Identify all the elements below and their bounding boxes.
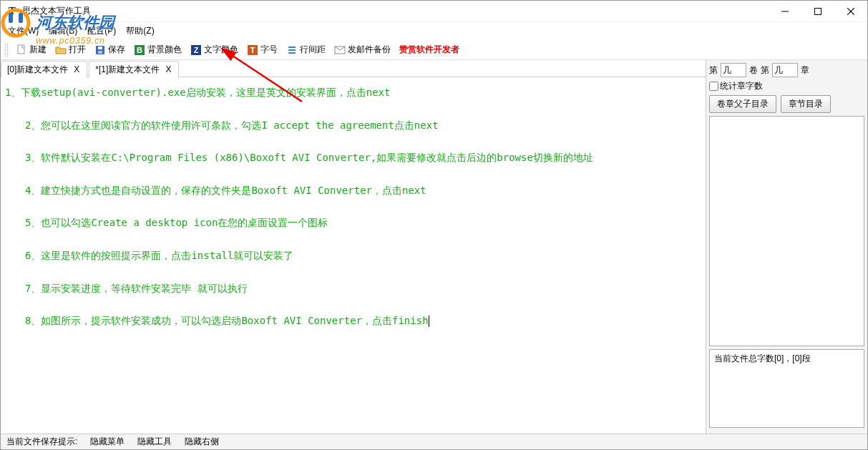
tab-label: *[1]新建文本文件 <box>95 64 160 76</box>
vol-chapter-tree-button[interactable]: 卷章父子目录 <box>709 95 776 113</box>
editor-line: 2、您可以在这里阅读官方的软件使用许可条款，勾选I accept the agr… <box>5 119 701 133</box>
stats-text: 当前文件总字数[0]，[0]段 <box>714 353 811 363</box>
svg-text:B: B <box>137 46 142 54</box>
new-file-icon <box>16 44 27 56</box>
editor-line: 7、显示安装进度，等待软件安装完毕 就可以执行 <box>5 282 701 296</box>
donate-button[interactable]: 赞赏软件开发者 <box>397 42 462 57</box>
line-spacing-icon <box>286 44 298 56</box>
text-cursor <box>429 316 429 327</box>
svg-rect-7 <box>18 45 24 54</box>
statusbar: 当前文件保存提示: 隐藏菜单 隐藏工具 隐藏右侧 <box>1 434 867 449</box>
maximize-button[interactable] <box>801 1 834 22</box>
new-button[interactable]: 新建 <box>14 42 49 57</box>
spacing-button[interactable]: 行间距 <box>284 42 328 57</box>
tab-close-icon[interactable]: X <box>164 64 172 74</box>
window-controls <box>769 1 867 22</box>
hide-tool-button[interactable]: 隐藏工具 <box>137 436 172 448</box>
main-area: [0]新建文本文件 X *[1]新建文本文件 X 1、下载setup(avi-c… <box>1 60 867 434</box>
tab-0[interactable]: [0]新建文本文件 X <box>1 61 87 78</box>
textcolor-icon: Z <box>190 44 202 56</box>
mail-icon <box>334 44 346 56</box>
svg-rect-4 <box>815 8 821 14</box>
editor-line: 4、建立快捷方式也是自动设置的，保存的文件夹是Boxoft AVI Conver… <box>5 184 701 198</box>
stat-label: 统计章字数 <box>720 80 763 92</box>
tab-close-icon[interactable]: X <box>72 64 81 74</box>
menu-help[interactable]: 帮助(Z) <box>126 25 154 37</box>
hide-right-button[interactable]: 隐藏右侧 <box>185 436 219 448</box>
tab-1[interactable]: *[1]新建文本文件 X <box>89 61 179 78</box>
hide-menu-button[interactable]: 隐藏菜单 <box>90 436 125 448</box>
save-button[interactable]: 保存 <box>92 42 127 57</box>
svg-text:T: T <box>250 46 255 54</box>
ch-prefix: 第 <box>761 64 769 77</box>
vol-prefix: 第 <box>709 64 718 77</box>
editor-line: 3、软件默认安装在C:\Program Files (x86)\Boxoft A… <box>5 151 701 165</box>
tabs-row: [0]新建文本文件 X *[1]新建文本文件 X <box>1 60 706 77</box>
menu-edit[interactable]: 编辑(B) <box>49 25 77 37</box>
close-button[interactable] <box>834 1 867 22</box>
app-window: T 思杰文本写作工具 文件(W) 编辑(B) 配置(P) 帮助(Z) 新建 打开… <box>0 0 868 450</box>
folder-open-icon <box>55 44 67 56</box>
titlebar: T 思杰文本写作工具 <box>1 1 867 22</box>
svg-text:Z: Z <box>194 46 199 54</box>
save-icon <box>94 44 106 56</box>
side-inputs-row: 第 卷 第 章 统计章字数 <box>709 63 864 92</box>
window-title: 思杰文本写作工具 <box>22 5 91 17</box>
bgcolor-icon: B <box>134 44 145 56</box>
chapter-tree-box[interactable] <box>709 116 864 346</box>
svg-rect-9 <box>98 47 102 49</box>
editor-line: 1、下载setup(avi-converter).exe启动安装，这里是英文的安… <box>5 86 701 100</box>
text-editor[interactable]: 1、下载setup(avi-converter).exe启动安装，这里是英文的安… <box>1 77 706 434</box>
app-icon: T <box>6 6 18 17</box>
menu-config[interactable]: 配置(P) <box>87 25 116 37</box>
menubar: 文件(W) 编辑(B) 配置(P) 帮助(Z) <box>1 22 867 40</box>
ch-suffix: 章 <box>801 64 809 77</box>
textcolor-button[interactable]: Z 文字颜色 <box>188 42 240 57</box>
bgcolor-button[interactable]: B 背景颜色 <box>132 42 184 57</box>
menu-file[interactable]: 文件(W) <box>8 25 39 37</box>
tab-label: [0]新建文本文件 <box>7 64 68 76</box>
open-button[interactable]: 打开 <box>53 42 88 57</box>
toolbar: 新建 打开 保存 B 背景颜色 Z 文字颜色 T 字号 行间距 发邮件备份 <box>1 40 867 60</box>
stats-box: 当前文件总字数[0]，[0]段 <box>709 349 864 428</box>
font-button[interactable]: T 字号 <box>245 42 280 57</box>
vol-suffix: 卷 <box>749 64 758 77</box>
stat-checkbox[interactable] <box>709 82 718 91</box>
side-panel: 第 卷 第 章 统计章字数 卷章父子目录 章节目录 当前文件总字数[0]，[0]… <box>706 60 867 434</box>
volume-input[interactable] <box>721 63 746 77</box>
email-backup-button[interactable]: 发邮件备份 <box>332 42 393 57</box>
chapter-input[interactable] <box>772 63 798 77</box>
status-save-hint: 当前文件保存提示: <box>6 436 77 448</box>
toolbar-grip <box>5 44 8 57</box>
chapter-list-button[interactable]: 章节目录 <box>781 95 831 113</box>
minimize-button[interactable] <box>769 1 801 22</box>
editor-line: 5、也可以勾选Create a desktop icon在您的桌面设置一个图标 <box>5 216 701 230</box>
font-icon: T <box>247 44 258 56</box>
editor-line: 6、这里是软件的按照提示界面，点击install就可以安装了 <box>5 249 701 263</box>
svg-rect-10 <box>98 51 102 54</box>
editor-last-line: 8、如图所示，提示软件安装成功，可以勾选启动Boxoft AVI Convert… <box>5 314 701 328</box>
